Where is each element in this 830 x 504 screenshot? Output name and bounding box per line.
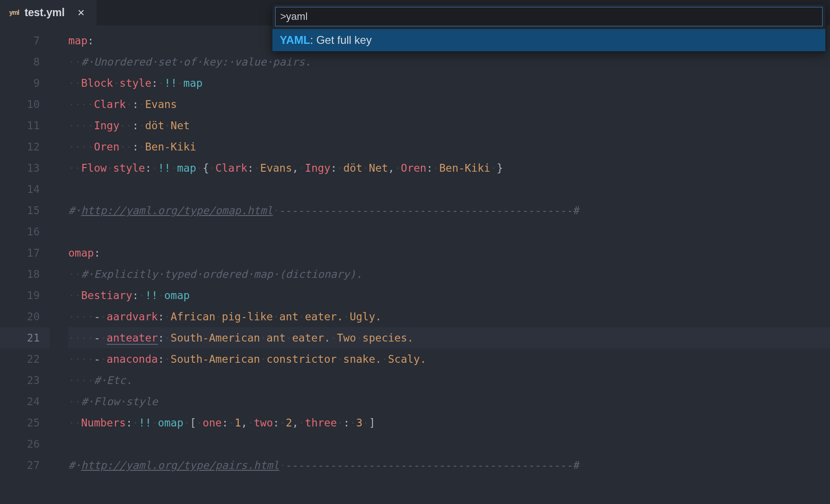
code-line[interactable]: ··#·Flow·style — [68, 391, 830, 412]
line-number: 22 — [0, 348, 50, 370]
token-ws: · — [164, 311, 171, 323]
code-line[interactable]: ··#·Explicitly·typed·ordered·map·(dictio… — [68, 264, 830, 285]
token-cmt: #·Etc. — [94, 374, 132, 386]
code-line[interactable]: ··Block·style:·!!·map — [68, 72, 830, 94]
token-ws: ·· — [120, 120, 132, 132]
token-punc: , — [292, 162, 299, 174]
command-palette-results: YAML: Get full key — [272, 29, 825, 51]
code-area[interactable]: map:··#·Unordered·set·of·key:·value·pair… — [50, 25, 830, 504]
token-ws: · — [100, 332, 107, 344]
token-ws: · — [279, 459, 286, 471]
token-ws: · — [299, 162, 305, 174]
token-colon: : — [151, 77, 158, 89]
token-str: döt — [145, 120, 164, 132]
token-lnk: http://yaml.org/type/pairs.html — [81, 459, 279, 471]
token-str: Net — [369, 162, 388, 174]
line-number: 14 — [0, 179, 50, 200]
token-ws: ·· — [68, 162, 81, 174]
token-ws: · — [228, 417, 235, 429]
token-str: eater. — [292, 332, 331, 344]
command-palette-input[interactable] — [275, 7, 823, 26]
code-line[interactable]: ····Clark·:·Evans — [68, 94, 830, 115]
code-line[interactable]: ··Bestiary:·!!·omap — [68, 285, 830, 306]
token-key: Oren — [401, 162, 426, 174]
line-number: 15 — [0, 200, 50, 221]
code-line[interactable]: #·http://yaml.org/type/omap.html·-------… — [68, 200, 830, 221]
token-ws: · — [138, 141, 145, 153]
code-line[interactable]: ····#·Etc. — [68, 370, 830, 391]
line-number: 9 — [0, 72, 50, 94]
token-str: Scaly. — [388, 353, 426, 365]
token-colon: : — [145, 162, 151, 174]
code-line[interactable]: ··Numbers:·!!·omap·[·one:·1,·two:·2,·thr… — [68, 412, 830, 433]
token-ws: · — [164, 120, 171, 132]
line-number: 7 — [0, 30, 50, 51]
token-str: döt — [343, 162, 363, 174]
token-colon: : — [158, 332, 164, 344]
token-key: anteater — [107, 332, 158, 345]
token-str: Ben-Kiki — [145, 141, 196, 153]
line-number: 23 — [0, 370, 50, 391]
tab-test-yml[interactable]: yml test.yml × — [0, 0, 96, 25]
close-icon[interactable]: × — [75, 6, 87, 18]
code-line[interactable]: omap: — [68, 242, 830, 264]
token-ws: · — [260, 332, 266, 344]
code-line[interactable] — [68, 221, 830, 242]
code-line[interactable]: #·http://yaml.org/type/pairs.html·------… — [68, 455, 830, 476]
token-key: anaconda — [107, 353, 158, 365]
line-number: 20 — [0, 306, 50, 327]
token-ws: · — [343, 311, 350, 323]
token-key: omap — [68, 247, 94, 259]
code-line[interactable]: ··Flow·style:·!!·map·{·Clark:·Evans,·Ing… — [68, 157, 830, 179]
token-ws: · — [196, 417, 203, 429]
token-ws: · — [216, 311, 222, 323]
token-ws: · — [100, 311, 107, 323]
token-ws: ···· — [68, 311, 94, 323]
token-str: eater. — [305, 311, 343, 323]
token-ws: · — [490, 162, 497, 174]
token-str: snake. — [343, 353, 382, 365]
token-ws: · — [273, 204, 279, 216]
code-line[interactable]: ····-·aardvark:·African·pig-like·ant·eat… — [68, 306, 830, 327]
token-colon: : — [126, 417, 132, 429]
token-str: Two — [337, 332, 356, 344]
code-line[interactable] — [68, 433, 830, 455]
code-line[interactable] — [68, 179, 830, 200]
command-palette-item[interactable]: YAML: Get full key — [272, 29, 825, 51]
token-ws: ···· — [68, 374, 94, 386]
token-ws: ·· — [68, 77, 81, 89]
line-number: 17 — [0, 242, 50, 264]
token-key: style — [120, 77, 151, 89]
token-ws: · — [196, 162, 203, 174]
token-ws: · — [433, 162, 439, 174]
token-tag: map — [177, 162, 196, 174]
token-ws: · — [337, 162, 343, 174]
line-number: 24 — [0, 391, 50, 412]
line-number: 10 — [0, 94, 50, 115]
token-ws: · — [286, 332, 292, 344]
line-number: 27 — [0, 455, 50, 476]
code-line[interactable]: ····Ingy··:·döt·Net — [68, 115, 830, 136]
token-key: three — [305, 417, 337, 429]
token-cmt-dash: ----------------------------------------… — [279, 204, 580, 216]
token-colon: : — [132, 289, 138, 301]
line-number: 19 — [0, 285, 50, 306]
code-line[interactable]: ····-·anteater:·South-American·ant·eater… — [68, 327, 830, 348]
token-str: South-American — [171, 332, 260, 344]
token-ws: ·· — [120, 141, 132, 153]
code-line[interactable]: ····-·anaconda:·South-American·constrict… — [68, 348, 830, 370]
token-punc: - — [94, 311, 100, 323]
token-ws: ···· — [68, 98, 94, 110]
line-number: 11 — [0, 115, 50, 136]
token-ws: ···· — [68, 332, 94, 344]
token-cmt-dash: ----------------------------------------… — [286, 459, 580, 471]
code-line[interactable]: ··#·Unordered·set·of·key:·value·pairs. — [68, 51, 830, 72]
token-key: style — [113, 162, 145, 174]
editor[interactable]: 789101112131415161718192021222324252627 … — [0, 25, 830, 504]
token-tag: map — [183, 77, 203, 89]
code-line[interactable]: ····Oren··:·Ben-Kiki — [68, 136, 830, 157]
command-palette: YAML: Get full key — [272, 4, 826, 52]
token-colon: : — [247, 162, 254, 174]
token-num: 3 — [356, 417, 362, 429]
token-ws: · — [362, 162, 369, 174]
